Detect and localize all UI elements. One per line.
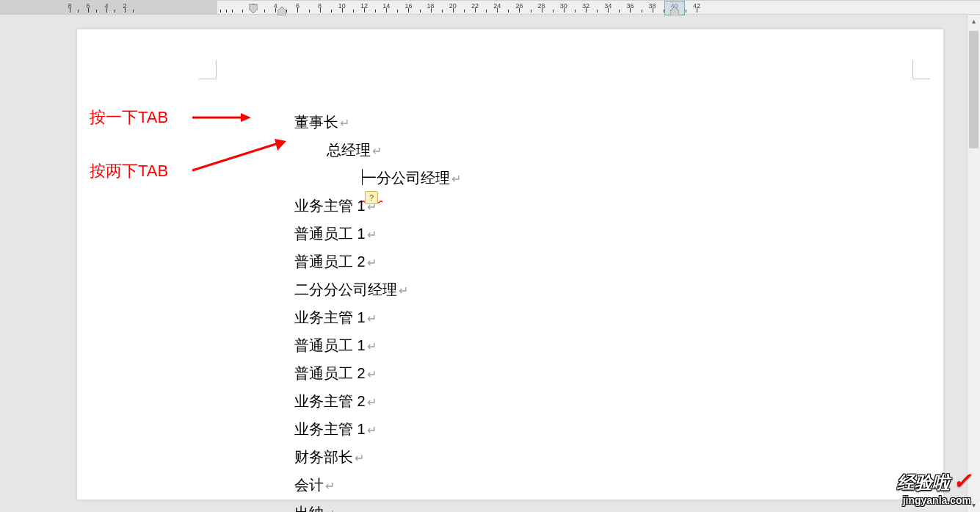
horizontal-ruler[interactable]: 8642246810121416182022242628303234363840… [0,0,980,15]
line-text[interactable]: 业务主管 1 [294,421,366,437]
line-text[interactable]: 出纳 [294,505,324,512]
arrow-icon [192,138,288,175]
paragraph-line[interactable]: 财务部长↵ [294,444,461,472]
ruler-margin-area [0,1,217,14]
svg-marker-4 [241,113,251,122]
paragraph-mark-icon: ↵ [367,256,377,269]
paragraph-mark-icon: ↵ [367,368,377,381]
paragraph-line[interactable]: 业务主管 1↵ [294,192,461,220]
paragraph-mark-icon: ↵ [367,312,377,325]
watermark: 经验啦✓ jingyanla.com [897,468,971,506]
paragraph-line[interactable]: 普通员工 2↵ [294,360,461,388]
document-body[interactable]: 董事长↵总经理↵一分公司经理↵?业务主管 1↵普通员工 1↵普通员工 2↵二分分… [294,109,461,512]
paragraph-line[interactable]: 出纳↵ [294,500,461,512]
document-page[interactable]: 董事长↵总经理↵一分公司经理↵?业务主管 1↵普通员工 1↵普通员工 2↵二分分… [77,29,943,500]
paragraph-line[interactable]: 一分公司经理↵? [294,165,461,192]
watermark-url: jingyanla.com [897,494,971,506]
watermark-brand: 经验啦 [897,471,950,494]
annotation-text: 按一下TAB [90,108,168,126]
paragraph-line[interactable]: 普通员工 2↵ [294,248,461,276]
line-text[interactable]: 会计 [294,477,324,493]
paragraph-mark-icon: ↵ [367,228,377,241]
paragraph-line[interactable]: 普通员工 1↵ [294,332,461,360]
page-margin-corner-top-right [912,60,930,79]
paragraph-mark-icon: ↵ [367,396,377,408]
paragraph-line[interactable]: 业务主管 2↵ [294,388,461,416]
paragraph-mark-icon: ↵ [367,424,377,436]
paragraph-mark-icon: ↵ [451,173,461,185]
indent-marker-icon[interactable] [249,3,258,12]
paragraph-mark-icon: ↵ [340,117,349,129]
line-text[interactable]: 业务主管 1 [294,198,366,214]
svg-marker-0 [249,4,258,13]
line-text[interactable]: 普通员工 2 [294,253,366,270]
indent-marker-icon[interactable] [277,7,286,15]
paragraph-mark-icon: ↵ [367,340,377,353]
svg-marker-6 [275,139,286,151]
page-margin-corner-top-left [199,60,217,79]
text-cursor [362,169,363,185]
paragraph-mark-icon: ↵ [399,284,408,297]
paragraph-mark-icon: ↵ [367,201,377,213]
paragraph-line[interactable]: 二分分公司经理↵ [294,276,461,304]
line-text[interactable]: 业务主管 2 [294,393,366,409]
paragraph-mark-icon: ↵ [372,145,382,157]
arrow-icon [192,112,251,123]
paragraph-line[interactable]: 董事长↵ [294,109,461,137]
right-indent-marker-icon[interactable] [670,7,679,15]
line-text[interactable]: 普通员工 1 [294,337,366,353]
annotation-one-tab: 按一下TAB [90,107,168,129]
svg-marker-1 [277,7,286,15]
paragraph-line[interactable]: 会计↵ [294,472,461,500]
paragraph-line[interactable]: 业务主管 1↵ [294,304,461,332]
checkmark-icon: ✓ [953,469,971,493]
line-text[interactable]: 二分分公司经理 [294,281,397,298]
paragraph-line[interactable]: 业务主管 1↵ [294,416,461,444]
line-text[interactable]: 财务部长 [294,449,353,465]
paragraph-mark-icon: ↵ [325,480,335,492]
paragraph-mark-icon: ↵ [355,452,364,464]
line-text[interactable]: 业务主管 1 [294,309,366,325]
line-text[interactable]: 总经理 [327,142,371,158]
scroll-up-icon[interactable]: ▴ [968,15,980,28]
line-text[interactable]: 普通员工 2 [294,365,366,381]
line-text[interactable]: 董事长 [294,114,338,130]
svg-marker-2 [670,7,679,15]
annotation-two-tab: 按两下TAB [90,160,168,182]
line-text[interactable]: 一分公司经理 [362,170,450,186]
paragraph-line[interactable]: 总经理↵ [294,137,461,165]
line-text[interactable]: 普通员工 1 [294,226,366,242]
annotation-text: 按两下TAB [90,162,168,180]
paragraph-line[interactable]: 普通员工 1↵ [294,220,461,248]
svg-line-5 [192,144,276,170]
scrollbar-thumb[interactable] [969,31,979,148]
paragraph-mark-icon: ↵ [325,508,335,512]
vertical-scrollbar[interactable]: ▴ ▾ [967,15,980,512]
